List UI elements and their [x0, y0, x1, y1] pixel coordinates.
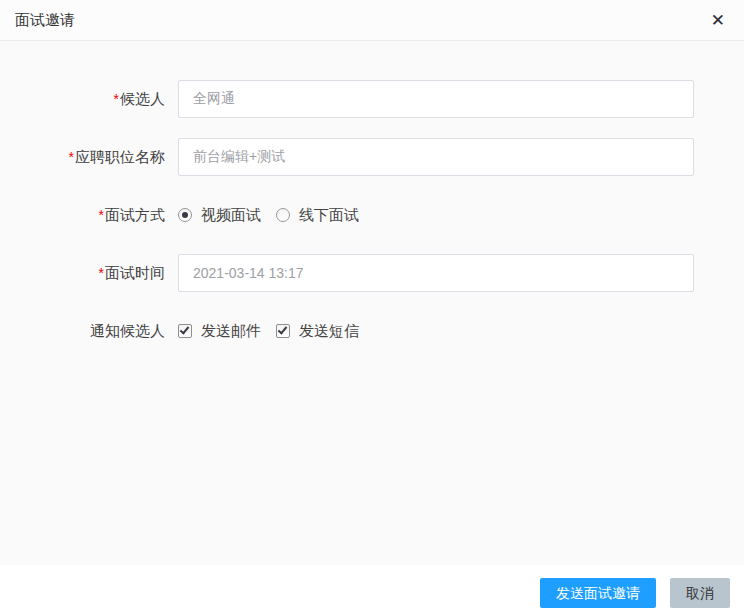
notify-label-text: 通知候选人: [90, 322, 165, 339]
checkbox-label-email: 发送邮件: [201, 322, 261, 341]
form-row-position: *应聘职位名称: [0, 138, 744, 176]
interview-invite-dialog: 面试邀请 ✕ *候选人 *应聘职位名称 *面试方式: [0, 0, 744, 616]
interview-time-input[interactable]: [178, 254, 694, 292]
candidate-input[interactable]: [178, 80, 694, 118]
checkbox-label-sms: 发送短信: [299, 322, 359, 341]
candidate-control: [178, 80, 694, 118]
send-invite-button[interactable]: 发送面试邀请: [540, 578, 656, 608]
dialog-footer: 发送面试邀请 取消: [0, 565, 744, 616]
dialog-body: *候选人 *应聘职位名称 *面试方式 视频面试: [0, 41, 744, 565]
interview-time-control: [178, 254, 694, 292]
radio-selected-icon: [178, 208, 192, 222]
interview-time-label: *面试时间: [0, 264, 165, 282]
required-asterisk: *: [69, 149, 74, 165]
required-asterisk: *: [99, 207, 104, 223]
close-icon[interactable]: ✕: [707, 10, 729, 31]
checkbox-checked-icon: [276, 324, 290, 338]
radio-dot-icon: [182, 212, 188, 218]
position-label-text: 应聘职位名称: [75, 148, 165, 165]
interview-time-label-text: 面试时间: [105, 264, 165, 281]
interview-method-control: 视频面试 线下面试: [178, 206, 374, 225]
form-row-interview-time: *面试时间: [0, 254, 744, 292]
dialog-title: 面试邀请: [15, 11, 75, 30]
radio-label-offline: 线下面试: [299, 206, 359, 225]
dialog-header: 面试邀请 ✕: [0, 0, 744, 41]
checkbox-option-send-email[interactable]: 发送邮件: [178, 322, 261, 341]
position-label: *应聘职位名称: [0, 148, 165, 166]
notify-control: 发送邮件 发送短信: [178, 322, 374, 341]
checkmark-icon: [278, 324, 288, 334]
radio-unselected-icon: [276, 208, 290, 222]
position-control: [178, 138, 694, 176]
radio-option-video-interview[interactable]: 视频面试: [178, 206, 261, 225]
form-row-interview-method: *面试方式 视频面试 线下面试: [0, 196, 744, 234]
position-input[interactable]: [178, 138, 694, 176]
checkbox-option-send-sms[interactable]: 发送短信: [276, 322, 359, 341]
interview-method-label-text: 面试方式: [105, 206, 165, 223]
radio-label-video: 视频面试: [201, 206, 261, 225]
notify-label: 通知候选人: [0, 322, 165, 340]
checkbox-checked-icon: [178, 324, 192, 338]
checkmark-icon: [180, 324, 190, 334]
cancel-button[interactable]: 取消: [670, 578, 730, 608]
required-asterisk: *: [99, 265, 104, 281]
form-row-notify: 通知候选人 发送邮件 发送短信: [0, 312, 744, 350]
candidate-label: *候选人: [0, 90, 165, 108]
form-row-candidate: *候选人: [0, 80, 744, 118]
radio-option-offline-interview[interactable]: 线下面试: [276, 206, 359, 225]
interview-method-label: *面试方式: [0, 206, 165, 224]
required-asterisk: *: [114, 91, 119, 107]
candidate-label-text: 候选人: [120, 90, 165, 107]
